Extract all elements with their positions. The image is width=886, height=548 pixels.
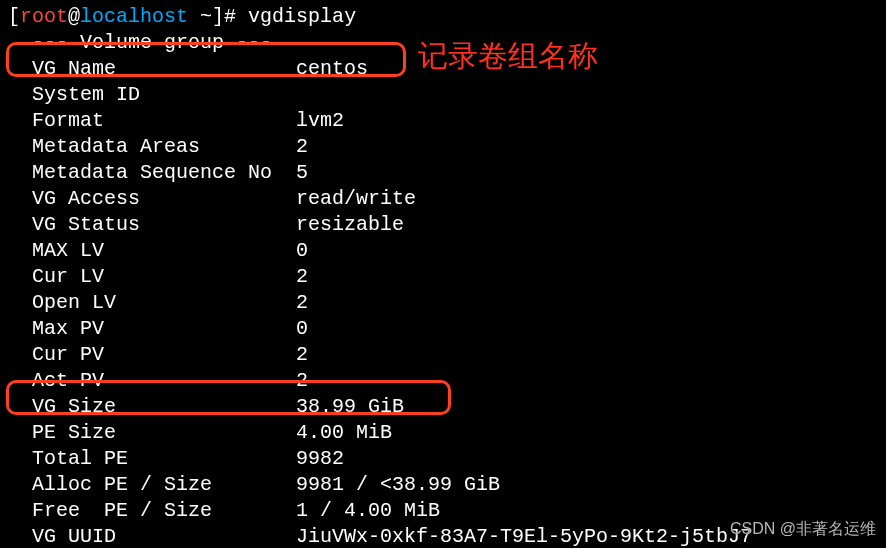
output-row: Max PV 0 [8, 316, 878, 342]
output-row: VG Status resizable [8, 212, 878, 238]
output-row: Metadata Sequence No 5 [8, 160, 878, 186]
output-row: PE Size 4.00 MiB [8, 420, 878, 446]
output-row: Open LV 2 [8, 290, 878, 316]
output-row: Total PE 9982 [8, 446, 878, 472]
output-row: Alloc PE / Size 9981 / <38.99 GiB [8, 472, 878, 498]
prompt-line: [root@localhost ~]# vgdisplay [8, 4, 878, 30]
prompt-user: root [20, 5, 68, 28]
output-row: VG Access read/write [8, 186, 878, 212]
prompt-path: ~ [188, 5, 212, 28]
output-row: Cur PV 2 [8, 342, 878, 368]
output-row: System ID [8, 82, 878, 108]
command-text: vgdisplay [248, 5, 356, 28]
output-row: MAX LV 0 [8, 238, 878, 264]
watermark-text: CSDN @非著名运维 [730, 516, 876, 542]
prompt-suffix: ]# [212, 5, 248, 28]
output-row: Cur LV 2 [8, 264, 878, 290]
output-row: Metadata Areas 2 [8, 134, 878, 160]
output-row: Act PV 2 [8, 368, 878, 394]
output-row: Format lvm2 [8, 108, 878, 134]
output-row: VG Size 38.99 GiB [8, 394, 878, 420]
output-rows: VG Name centos System ID Format lvm2 Met… [8, 56, 878, 548]
annotation-text: 记录卷组名称 [418, 43, 598, 69]
prompt-at: @ [68, 5, 80, 28]
prompt-host: localhost [80, 5, 188, 28]
